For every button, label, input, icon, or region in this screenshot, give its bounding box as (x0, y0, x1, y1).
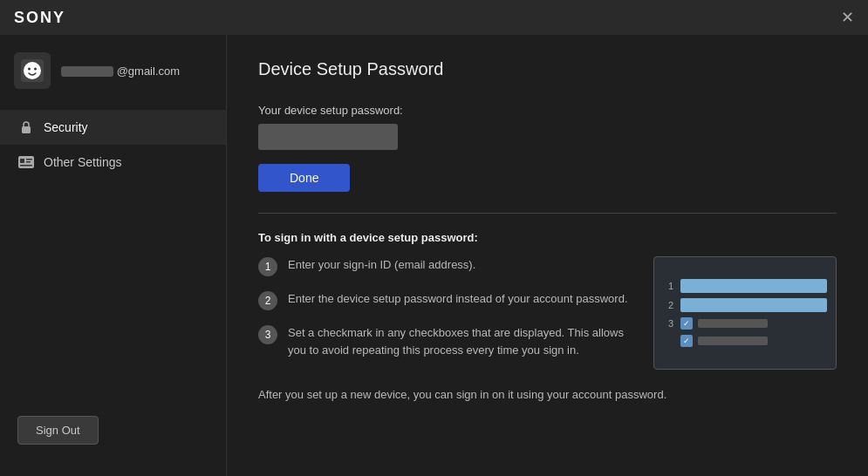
diagram: 1 2 3 ✓ (653, 256, 837, 370)
password-input-display (258, 124, 398, 150)
diag-row-1: 1 (663, 279, 827, 293)
diag-row-2: 2 (663, 298, 827, 312)
password-row (258, 124, 837, 150)
titlebar: SONY ✕ (0, 0, 868, 35)
diag-row-3: 3 ✓ (663, 317, 827, 330)
diag-checkbox-2: ✓ (680, 335, 693, 347)
password-section: Your device setup password: Done (258, 104, 837, 192)
sidebar-item-other-settings[interactable]: Other Settings (0, 145, 226, 180)
diag-email-field (680, 279, 827, 293)
app-window: SONY ✕ @gmail.com (0, 0, 868, 476)
sidebar-other-settings-label: Other Settings (44, 155, 122, 169)
divider (258, 213, 837, 214)
svg-rect-8 (26, 161, 31, 163)
instructions-section: To sign in with a device setup password:… (258, 231, 837, 404)
email-suffix: @gmail.com (117, 65, 180, 78)
sign-out-area: Sign Out (0, 402, 226, 459)
svg-point-2 (28, 68, 31, 71)
diag-num-3: 3 (663, 318, 673, 329)
close-button[interactable]: ✕ (841, 10, 854, 25)
lock-icon (17, 119, 35, 136)
step-3: 3 Set a checkmark in any checkboxes that… (258, 324, 636, 358)
svg-rect-4 (22, 126, 31, 133)
instructions-body: 1 Enter your sign-in ID (email address).… (258, 256, 837, 372)
sign-out-button[interactable]: Sign Out (17, 416, 99, 445)
page-title: Device Setup Password (258, 59, 837, 79)
user-email-display: @gmail.com (61, 65, 180, 78)
diag-check-row-2: ✓ (680, 335, 768, 347)
diag-num-1: 1 (663, 281, 673, 291)
user-info: @gmail.com (0, 52, 226, 110)
diag-password-field (680, 298, 827, 312)
svg-rect-9 (20, 165, 32, 167)
email-blur (61, 66, 113, 77)
diag-num-2: 2 (663, 300, 673, 310)
sidebar: @gmail.com Security (0, 35, 227, 476)
svg-rect-6 (20, 159, 24, 163)
avatar (14, 52, 51, 89)
instructions-title: To sign in with a device setup password: (258, 231, 837, 244)
svg-rect-7 (26, 159, 32, 160)
diag-check-row-1: ✓ (680, 317, 768, 330)
step-3-text: Set a checkmark in any checkboxes that a… (288, 324, 636, 358)
steps: 1 Enter your sign-in ID (email address).… (258, 256, 636, 372)
diag-row-4: ✓ (663, 335, 827, 347)
svg-point-3 (34, 68, 37, 71)
step-3-number: 3 (258, 325, 277, 344)
diag-label-line-1 (698, 319, 768, 328)
sony-logo: SONY (14, 9, 65, 27)
svg-point-1 (24, 62, 41, 79)
done-button[interactable]: Done (258, 164, 350, 192)
step-2-number: 2 (258, 291, 277, 310)
sidebar-security-label: Security (44, 120, 88, 134)
sidebar-item-security[interactable]: Security (0, 110, 226, 145)
footnote: After you set up a new device, you can s… (258, 386, 837, 404)
content-area: @gmail.com Security (0, 35, 868, 476)
diag-label-line-2 (698, 337, 768, 345)
step-1-number: 1 (258, 257, 277, 276)
step-2: 2 Enter the device setup password instea… (258, 290, 636, 310)
step-2-text: Enter the device setup password instead … (288, 290, 628, 308)
password-field-label: Your device setup password: (258, 104, 837, 117)
diag-checkbox-1: ✓ (680, 317, 693, 330)
step-1-text: Enter your sign-in ID (email address). (288, 256, 475, 274)
step-1: 1 Enter your sign-in ID (email address). (258, 256, 636, 276)
id-card-icon (17, 153, 35, 171)
main-panel: Device Setup Password Your device setup … (227, 35, 868, 476)
